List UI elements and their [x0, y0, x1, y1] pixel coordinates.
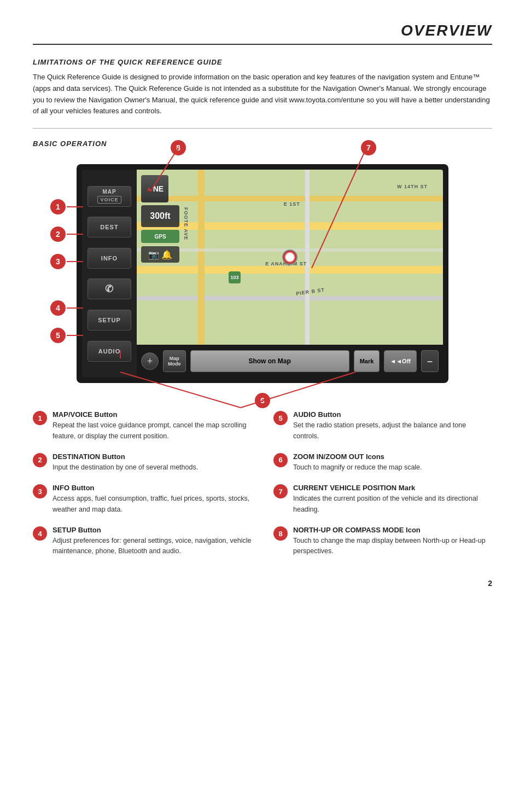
desc-item-5: 5 AUDIO Button Set the radio station pre… — [273, 410, 492, 442]
desc-title-1: MAP/VOICE Button — [52, 410, 252, 419]
road-label-e1st: E 1ST — [284, 201, 300, 207]
desc-title-3: INFO Button — [52, 484, 252, 492]
voice-label: VOICE — [97, 196, 121, 204]
mark-button[interactable]: Mark — [354, 350, 380, 372]
phone-icon: ✆ — [105, 283, 114, 295]
page-number: 2 — [33, 579, 492, 588]
zoom-minus-button[interactable]: – — [421, 350, 439, 372]
road-label-pierb: PIER B ST — [296, 287, 325, 296]
map-voice-button[interactable]: MAP VOICE — [88, 186, 131, 207]
setup-button[interactable]: SETUP — [88, 310, 131, 330]
zoom-minus-label: – — [427, 356, 433, 367]
setup-label: SETUP — [98, 317, 121, 323]
gps-label: GPS — [154, 234, 166, 240]
desc-text-1: Repeat the last voice guidance prompt, c… — [52, 420, 252, 442]
show-on-map-button[interactable]: Show on Map — [190, 350, 349, 372]
distance-value: 300ft — [150, 211, 170, 221]
info-label: INFO — [101, 255, 118, 262]
callout-5: 5 — [49, 327, 67, 344]
desc-num-6: 6 — [273, 453, 288, 467]
desc-title-8: NORTH-UP OR COMPASS MODE Icon — [293, 526, 492, 534]
callout-7: 7 — [360, 139, 377, 156]
desc-title-2: DESTINATION Button — [52, 453, 198, 461]
bottom-bar: + Map Mode Show on Map Mark ◄◄Off — [137, 345, 443, 378]
vehicle-marker-inner — [282, 250, 298, 265]
nav-screen-wrapper: 1 2 3 4 5 6 7 8 MAP VOICE DEST — [77, 164, 448, 383]
road-pierb — [137, 296, 443, 300]
desc-num-5: 5 — [273, 411, 288, 425]
camera-icon: 📷 — [148, 250, 159, 260]
desc-num-7: 7 — [273, 484, 288, 498]
desc-content-7: CURRENT VEHICLE POSITION Mark Indicates … — [293, 484, 492, 515]
desc-content-1: MAP/VOICE Button Repeat the last voice g… — [52, 410, 252, 442]
gps-indicator: GPS — [141, 230, 179, 243]
page-title: OVERVIEW — [33, 22, 492, 45]
desc-item-3: 3 INFO Button Access apps, fuel consumpt… — [33, 484, 252, 515]
desc-content-4: SETUP Button Adjust preferences for: gen… — [52, 526, 252, 557]
map-mode-button[interactable]: Map Mode — [163, 350, 186, 372]
road-label-foote: FOOTE AVE — [183, 207, 189, 240]
track-off-button[interactable]: ◄◄Off — [384, 350, 417, 372]
map-mode-label-1: Map — [170, 356, 179, 361]
show-on-map-label: Show on Map — [248, 357, 290, 365]
desc-content-5: AUDIO Button Set the radio station prese… — [293, 410, 492, 442]
descriptions-right: 5 AUDIO Button Set the radio station pre… — [273, 410, 492, 568]
road-label-w14th: W 14TH ST — [397, 184, 428, 189]
desc-text-5: Set the radio station presets, adjust th… — [293, 420, 492, 442]
nav-screen: MAP VOICE DEST INFO ✆ SETUP — [77, 164, 448, 383]
desc-title-5: AUDIO Button — [293, 410, 492, 419]
distance-display: 300ft — [141, 205, 179, 227]
audio-label: AUDIO — [98, 348, 120, 355]
callout-1: 1 — [49, 198, 67, 216]
descriptions: 1 MAP/VOICE Button Repeat the last voice… — [33, 410, 492, 568]
limitations-text: The Quick Reference Guide is designed to… — [33, 72, 492, 117]
callout-2: 2 — [49, 225, 67, 243]
zoom-plus-button[interactable]: + — [141, 352, 159, 370]
callout-4: 4 — [49, 299, 67, 317]
road-anaheim — [137, 266, 443, 274]
desc-content-6: ZOOM IN/ZOOM OUT Icons Touch to magnify … — [293, 453, 422, 473]
desc-num-4: 4 — [33, 526, 47, 541]
limitations-title: LIMITATIONS OF THE QUICK REFERENCE GUIDE — [33, 58, 492, 66]
callout-6: 6 — [254, 392, 271, 409]
desc-text-7: Indicates the current position of the ve… — [293, 494, 492, 515]
dest-label: DEST — [100, 224, 118, 230]
road-foote — [198, 170, 205, 345]
vehicle-position-marker — [282, 250, 298, 265]
desc-text-4: Adjust preferences for: general settings… — [52, 536, 252, 557]
desc-title-7: CURRENT VEHICLE POSITION Mark — [293, 484, 492, 492]
desc-item-2: 2 DESTINATION Button Input the destinati… — [33, 453, 252, 473]
road-w14th — [137, 196, 443, 201]
desc-num-2: 2 — [33, 453, 47, 467]
map-area: E 1ST W 14TH ST E ANAHEIM ST PIER B ST F… — [137, 170, 443, 345]
dest-button[interactable]: DEST — [88, 217, 131, 237]
left-panel: MAP VOICE DEST INFO ✆ SETUP — [82, 170, 137, 378]
callout-3: 3 — [49, 253, 67, 270]
compass-icon[interactable]: ▲ NE — [141, 175, 168, 202]
arrow-icon: 🔔 — [161, 250, 172, 260]
desc-item-4: 4 SETUP Button Adjust preferences for: g… — [33, 526, 252, 557]
desc-title-6: ZOOM IN/ZOOM OUT Icons — [293, 453, 422, 461]
desc-item-1: 1 MAP/VOICE Button Repeat the last voice… — [33, 410, 252, 442]
phone-button[interactable]: ✆ — [88, 279, 131, 299]
nav-screen-inner: MAP VOICE DEST INFO ✆ SETUP — [82, 170, 443, 378]
info-button[interactable]: INFO — [88, 248, 131, 269]
desc-text-6: Touch to magnify or reduce the map scale… — [293, 462, 422, 473]
map-label: MAP — [102, 189, 116, 195]
section-divider — [33, 128, 492, 129]
desc-text-3: Access apps, fuel consumption, traffic, … — [52, 494, 252, 515]
desc-num-3: 3 — [33, 484, 47, 498]
audio-button[interactable]: AUDIO — [88, 341, 131, 362]
compass-arrow: ▲ — [146, 185, 153, 193]
desc-text-2: Input the destination by one of several … — [52, 462, 198, 473]
desc-item-7: 7 CURRENT VEHICLE POSITION Mark Indicate… — [273, 484, 492, 515]
map-mode-label-2: Mode — [168, 361, 181, 367]
descriptions-left: 1 MAP/VOICE Button Repeat the last voice… — [33, 410, 252, 568]
map-marker-103: 103 — [229, 271, 241, 283]
desc-item-8: 8 NORTH-UP OR COMPASS MODE Icon Touch to… — [273, 526, 492, 557]
callout-8: 8 — [170, 139, 187, 156]
desc-item-6: 6 ZOOM IN/ZOOM OUT Icons Touch to magnif… — [273, 453, 492, 473]
desc-content-2: DESTINATION Button Input the destination… — [52, 453, 198, 473]
track-off-label: ◄◄Off — [390, 358, 411, 364]
desc-content-3: INFO Button Access apps, fuel consumptio… — [52, 484, 252, 515]
